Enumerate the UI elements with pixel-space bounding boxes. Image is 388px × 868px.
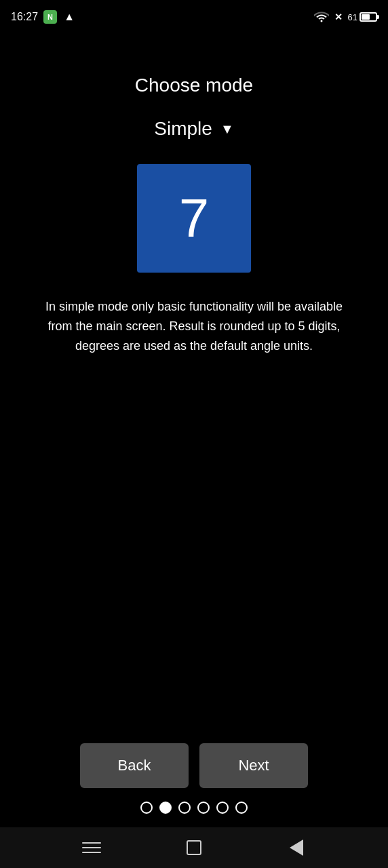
app-notification-icon: N	[43, 10, 57, 24]
hamburger-icon	[82, 842, 101, 853]
page-indicator-1	[140, 802, 153, 814]
page-indicator-2	[159, 802, 172, 814]
square-icon	[187, 840, 201, 855]
warning-icon: ▲	[62, 10, 76, 24]
page-title: Choose mode	[135, 75, 253, 96]
status-bar: 16:27 N ▲ ✕ 61	[0, 0, 388, 34]
battery-level: 61	[348, 12, 357, 22]
main-content: Choose mode Simple ▼ 7 In simple mode on…	[0, 34, 388, 355]
page-indicators	[140, 802, 248, 814]
battery-indicator: 61	[348, 12, 377, 22]
menu-button[interactable]	[79, 835, 104, 860]
dropdown-selected-value: Simple	[154, 118, 212, 140]
wifi-icon	[314, 12, 329, 22]
page-indicator-5	[216, 802, 229, 814]
page-indicator-4	[197, 802, 210, 814]
status-bar-right: ✕ 61	[314, 12, 377, 22]
bottom-section: Back Next	[0, 743, 388, 814]
back-button[interactable]: Back	[80, 743, 189, 788]
home-button[interactable]	[182, 835, 206, 860]
system-nav-bar	[0, 827, 388, 868]
mode-description: In simple mode only basic functionality …	[45, 297, 343, 355]
number-card: 7	[137, 164, 251, 273]
back-nav-button[interactable]	[284, 835, 309, 860]
next-button[interactable]: Next	[199, 743, 308, 788]
status-time: 16:27	[11, 11, 38, 23]
page-indicator-3	[178, 802, 191, 814]
mode-number-display: 7	[179, 191, 210, 245]
navigation-buttons: Back Next	[80, 743, 308, 788]
battery-icon	[360, 12, 377, 22]
page-indicator-6	[235, 802, 248, 814]
mode-dropdown[interactable]: Simple ▼	[154, 118, 233, 140]
back-arrow-icon	[290, 840, 303, 856]
x-status-icon: ✕	[334, 12, 343, 22]
chevron-down-icon: ▼	[220, 121, 234, 137]
status-bar-left: 16:27 N ▲	[11, 10, 76, 24]
